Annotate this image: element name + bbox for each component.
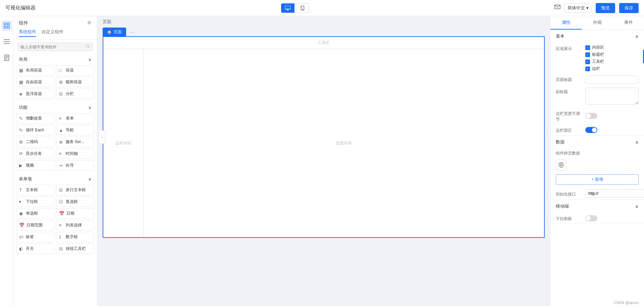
section-layout-grid: ▦ 布局容器 □ 容器 ▦ 自由容器 ⊞ 吸附容器 ◈ 悬浮容器 xyxy=(16,64,94,102)
save-button[interactable]: 保存 xyxy=(619,3,639,13)
iconbar-layers[interactable] xyxy=(1,36,12,47)
sidebar-fixed-toggle[interactable] xyxy=(585,127,597,133)
switch-icon: ◐ xyxy=(19,246,24,251)
comp-btn-toolbar[interactable]: ⊟ 按钮工具栏 xyxy=(56,244,95,254)
section-feature-header[interactable]: 功能 ∨ xyxy=(16,102,94,112)
section-feature-chevron: ∨ xyxy=(88,105,92,110)
add-new-button[interactable]: + 新增 xyxy=(556,174,639,185)
prop-sidebar-resizable-label: 边栏宽度可调节 xyxy=(556,110,583,122)
comp-textarea[interactable]: ⊟ 多行文本框 xyxy=(56,185,95,195)
device-tablet-button[interactable] xyxy=(296,3,309,13)
section-layout-header[interactable]: 布局 ∨ xyxy=(16,54,94,64)
comp-layout-container[interactable]: ▦ 布局容器 xyxy=(16,65,55,76)
interface-link-icon[interactable] xyxy=(641,191,644,196)
icon-bar xyxy=(0,16,13,306)
comp-qrcode[interactable]: ⊞ 二维码 xyxy=(16,137,55,147)
comp-float-container[interactable]: ◈ 悬浮容器 xyxy=(16,89,55,99)
tab-custom-components[interactable]: 自定义组件 xyxy=(42,29,63,37)
comp-date[interactable]: 📅 日期 xyxy=(56,208,95,219)
tab-properties[interactable]: 属性 xyxy=(550,16,582,30)
comp-async-task[interactable]: ⟳ 异步任务 xyxy=(16,148,55,159)
prop-init-interface: 初始化接口 xyxy=(550,187,644,200)
comp-snap-container[interactable]: ⊞ 吸附容器 xyxy=(56,77,95,87)
layout-container-icon: ▦ xyxy=(19,68,24,73)
prop-region-display: 区域展示 ✓ 内容区 ✓ 标题栏 ✓ 工具栏 ✓ xyxy=(550,43,644,74)
comp-column[interactable]: ⊟ 分栏 xyxy=(56,89,95,99)
interface-input[interactable] xyxy=(586,190,641,197)
checkbox-content-area-check: ✓ xyxy=(585,45,590,50)
pull-refresh-toggle[interactable] xyxy=(585,215,597,221)
comp-service[interactable]: ≣ 服务 Ser... xyxy=(56,137,95,147)
comp-textbox[interactable]: T 文本框 xyxy=(16,185,55,195)
comp-date-range[interactable]: 📅 日期范围 xyxy=(16,220,55,230)
tab-events[interactable]: 事件 xyxy=(613,16,644,30)
pin-icon[interactable] xyxy=(87,20,92,26)
prop-subtitle-label: 副标题 xyxy=(556,88,583,95)
prop-section-basic-header[interactable]: 基本 ∧ xyxy=(550,30,644,43)
qrcode-icon: ⊞ xyxy=(19,139,24,144)
comp-form[interactable]: ≡ 表单 xyxy=(56,113,95,124)
comp-free-container[interactable]: ▦ 自由容器 xyxy=(16,77,55,87)
btn-toolbar-icon: ⊟ xyxy=(59,246,64,251)
checkbox-sidebar[interactable]: ✓ 边栏 xyxy=(585,66,639,72)
lang-selector[interactable]: 简体中文 ▾ xyxy=(565,3,592,13)
svg-rect-7 xyxy=(7,23,9,25)
prop-sidebar-fixed-label: 边栏固定 xyxy=(556,126,583,133)
comp-tag[interactable]: 🏷 标签 xyxy=(16,232,55,242)
header-left: 可视化编辑器 xyxy=(5,5,36,11)
sidebar-resizable-toggle[interactable] xyxy=(585,113,597,119)
comp-nav[interactable]: ▲ 导航 xyxy=(56,125,95,135)
prop-region-label: 区域展示 xyxy=(556,45,583,52)
main-layout: 组件 系统组件 自定义组件 布局 ∨ xyxy=(0,16,644,306)
prop-subtitle-value xyxy=(585,88,639,105)
comp-radio[interactable]: ◉ 单选框 xyxy=(16,208,55,219)
checkbox-sidebar-check: ✓ xyxy=(585,67,590,71)
canvas-collapse-left[interactable]: ‹ xyxy=(99,130,105,144)
timeline-icon: ≡ xyxy=(59,151,64,156)
comp-dropdown[interactable]: ▾ 下拉框 xyxy=(16,196,55,207)
radio-icon: ◉ xyxy=(19,211,24,216)
iconbar-pages[interactable] xyxy=(1,52,12,63)
prop-sidebar-fixed-toggle xyxy=(585,127,639,133)
prop-section-data-chevron: ∧ xyxy=(635,140,639,145)
page-title-input[interactable] xyxy=(585,76,639,84)
comp-list-select[interactable]: ≡ 列表选择 xyxy=(56,220,95,230)
prop-sidebar-resizable: 边栏宽度可调节 xyxy=(550,107,644,124)
search-input[interactable] xyxy=(20,45,86,49)
svg-rect-0 xyxy=(285,6,290,9)
prop-init-interface-value xyxy=(585,189,644,198)
comp-checkbox[interactable]: ☑ 复选框 xyxy=(56,196,95,207)
date-icon: 📅 xyxy=(59,211,64,216)
tab-system-components[interactable]: 系统组件 xyxy=(19,29,36,37)
comp-loop-each[interactable]: ↻ 循环 Each xyxy=(16,125,55,135)
checkbox-content-area[interactable]: ✓ 内容区 xyxy=(585,45,639,50)
comp-number[interactable]: 1 数字框 xyxy=(56,232,95,242)
comp-timeline[interactable]: ≡ 时间轴 xyxy=(56,148,95,159)
footer: CSDN @tansci xyxy=(608,299,644,306)
svg-point-19 xyxy=(86,45,89,47)
section-form-items-header[interactable]: 表单项 ∨ xyxy=(16,173,94,183)
dropdown-icon: ▾ xyxy=(19,199,24,204)
tab-appearance[interactable]: 外观 xyxy=(582,16,613,30)
comp-video[interactable]: ▶ 视频 xyxy=(16,160,55,171)
comp-crud[interactable]: ✎ 增删改查 xyxy=(16,113,55,124)
checkbox-title-bar[interactable]: ✓ 标题栏 xyxy=(585,52,639,57)
prop-section-data-header[interactable]: 数据 ∧ xyxy=(550,136,644,148)
snap-container-icon: ⊞ xyxy=(59,80,64,85)
static-data-icon[interactable] xyxy=(556,160,567,170)
app-title: 可视化编辑器 xyxy=(5,5,36,11)
page-tab-more-button[interactable]: ··· xyxy=(127,28,136,36)
iconbar-components[interactable] xyxy=(1,20,12,31)
device-desktop-button[interactable] xyxy=(281,3,294,13)
svg-line-20 xyxy=(89,47,90,48)
preview-button[interactable]: 预览 xyxy=(596,3,615,13)
free-container-icon: ▦ xyxy=(19,80,24,85)
comp-switch[interactable]: ◐ 开关 xyxy=(16,244,55,254)
prop-section-mobile-header[interactable]: 移动端 ∨ xyxy=(550,200,644,213)
message-icon[interactable] xyxy=(554,5,560,11)
subtitle-input[interactable] xyxy=(585,88,639,104)
page-tab-home[interactable]: 🏠 页面 xyxy=(103,28,126,36)
checkbox-toolbar[interactable]: ✓ 工具栏 xyxy=(585,59,639,64)
comp-container[interactable]: □ 容器 xyxy=(56,65,95,76)
comp-guide[interactable]: ⇒ 向导 xyxy=(56,160,95,171)
